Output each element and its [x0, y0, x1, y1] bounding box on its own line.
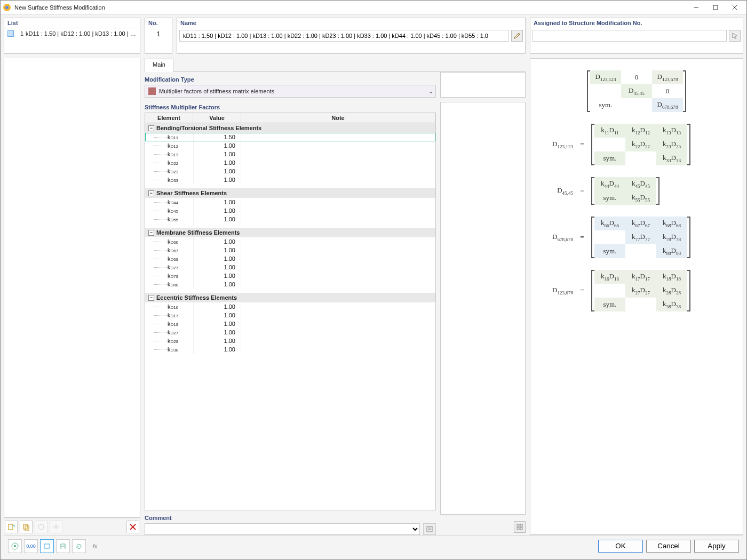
- stiffness-row[interactable]: kD161.00: [145, 302, 435, 311]
- element-label: kD68: [168, 255, 178, 262]
- comment-combo[interactable]: [145, 523, 420, 535]
- stiffness-row[interactable]: kD681.00: [145, 254, 435, 263]
- name-panel: Name: [177, 18, 526, 54]
- element-value[interactable]: 1.00: [193, 167, 241, 175]
- svg-rect-18: [520, 527, 522, 530]
- element-value[interactable]: 1.00: [193, 328, 241, 337]
- copy-item-button[interactable]: [20, 521, 33, 533]
- element-label: kD13: [168, 151, 178, 157]
- list-body[interactable]: [4, 58, 140, 518]
- element-value[interactable]: 1.00: [193, 319, 241, 328]
- window-title: New Surface Stiffness Modification: [14, 4, 105, 11]
- element-value[interactable]: 1.00: [193, 337, 241, 345]
- element-value[interactable]: 1.00: [193, 150, 241, 158]
- element-value[interactable]: 1.00: [193, 311, 241, 319]
- group-row[interactable]: −Eccentric Stiffness Elements: [145, 293, 435, 302]
- stiffness-row[interactable]: kD671.00: [145, 246, 435, 254]
- maximize-button[interactable]: [706, 2, 725, 13]
- pick-assigned-button[interactable]: [729, 30, 741, 42]
- stiffness-row[interactable]: kD181.00: [145, 319, 435, 328]
- matrix-lhs: D123,678: [536, 286, 573, 295]
- stiffness-row[interactable]: kD381.00: [145, 345, 435, 354]
- element-value[interactable]: 1.00: [193, 237, 241, 246]
- edit-name-button[interactable]: [511, 30, 523, 42]
- element-value[interactable]: 1.00: [193, 198, 241, 206]
- stiffness-row[interactable]: kD551.00: [145, 215, 435, 223]
- list-item[interactable]: 1 kD11 : 1.50 | kD12 : 1.00 | kD13 : 1.0…: [5, 29, 139, 38]
- group-row[interactable]: −Bending/Torsional Stiffness Elements: [145, 123, 435, 133]
- stiffness-row[interactable]: kD271.00: [145, 328, 435, 337]
- modification-type-combo[interactable]: Multiplier factors of stiffness matrix e…: [145, 85, 436, 98]
- units-button[interactable]: 0,00: [24, 539, 38, 553]
- element-value[interactable]: 1.00: [193, 246, 241, 254]
- close-button[interactable]: [725, 2, 744, 13]
- element-label: kD27: [168, 329, 178, 335]
- help-icon: [11, 542, 19, 550]
- element-value[interactable]: 1.00: [193, 254, 241, 263]
- view-button-1[interactable]: [40, 539, 54, 553]
- delete-item-button[interactable]: [126, 521, 139, 533]
- info-column: [440, 72, 526, 535]
- grid-body[interactable]: −Bending/Torsional Stiffness ElementskD1…: [145, 123, 436, 510]
- element-value[interactable]: 1.00: [193, 345, 241, 354]
- stiffness-row[interactable]: kD231.00: [145, 167, 435, 175]
- element-value[interactable]: 1.00: [193, 215, 241, 223]
- element-value[interactable]: 1.00: [193, 263, 241, 271]
- stiffness-row[interactable]: kD171.00: [145, 311, 435, 319]
- cancel-button[interactable]: Cancel: [646, 540, 691, 553]
- stiffness-row[interactable]: kD661.00: [145, 237, 435, 246]
- element-value[interactable]: 1.00: [193, 271, 241, 280]
- stiffness-row[interactable]: kD451.00: [145, 206, 435, 215]
- number-field[interactable]: [145, 28, 172, 41]
- view-button-2[interactable]: [56, 539, 70, 553]
- name-field[interactable]: [179, 30, 509, 42]
- group-row[interactable]: −Membrane Stiffness Elements: [145, 228, 435, 237]
- apply-button[interactable]: Apply: [694, 540, 739, 553]
- pencil-icon: [514, 33, 520, 39]
- help-button[interactable]: [8, 539, 22, 553]
- stiffness-row[interactable]: kD781.00: [145, 271, 435, 280]
- ok-button[interactable]: OK: [598, 540, 643, 553]
- list-panel: List 1 kD11 : 1.50 | kD12 : 1.00 | kD13 …: [4, 18, 140, 54]
- info-toolbar-button[interactable]: [514, 521, 526, 533]
- comment-label: Comment: [145, 515, 436, 521]
- center-column: Main Modification Type Multiplier factor…: [145, 58, 526, 535]
- group-row[interactable]: −Shear Stiffness Elements: [145, 188, 435, 198]
- col-value: Value: [193, 113, 241, 123]
- new-icon: [7, 523, 15, 531]
- element-value[interactable]: 1.00: [193, 280, 241, 289]
- minimize-button[interactable]: [687, 2, 706, 13]
- element-value[interactable]: 1.00: [193, 206, 241, 215]
- stiffness-row[interactable]: kD881.00: [145, 280, 435, 289]
- stiffness-row[interactable]: kD331.00: [145, 175, 435, 184]
- units-icon: 0,00: [26, 543, 36, 549]
- stiffness-row[interactable]: kD121.00: [145, 141, 435, 150]
- element-value[interactable]: 1.00: [193, 158, 241, 167]
- comment-edit-button[interactable]: [423, 523, 436, 535]
- stiffness-row[interactable]: kD281.00: [145, 337, 435, 345]
- element-value[interactable]: 1.50: [193, 133, 241, 141]
- list-toolbar: [4, 518, 140, 535]
- stiffness-row[interactable]: kD111.50: [145, 133, 435, 141]
- element-value[interactable]: 1.00: [193, 302, 241, 311]
- tab-main[interactable]: Main: [145, 59, 173, 72]
- element-label: kD38: [168, 346, 178, 353]
- stiffness-row[interactable]: kD221.00: [145, 158, 435, 167]
- modification-type-value: Multiplier factors of stiffness matrix e…: [159, 88, 426, 94]
- element-label: kD88: [168, 281, 178, 287]
- list-header: List: [4, 18, 140, 28]
- stiffness-row[interactable]: kD441.00: [145, 198, 435, 206]
- matrix-lhs: D45,45: [536, 186, 573, 196]
- element-value[interactable]: 1.00: [193, 175, 241, 184]
- svg-rect-3: [713, 5, 718, 10]
- new-item-button[interactable]: [5, 521, 18, 533]
- element-value[interactable]: 1.00: [193, 141, 241, 150]
- view-button-3[interactable]: [72, 539, 86, 553]
- assigned-field[interactable]: [533, 30, 727, 42]
- svg-rect-16: [520, 524, 522, 526]
- collapse-icon: −: [148, 190, 154, 196]
- stiffness-row[interactable]: kD771.00: [145, 263, 435, 271]
- svg-point-1: [5, 6, 9, 9]
- fx-button[interactable]: fx: [88, 539, 102, 553]
- stiffness-row[interactable]: kD131.00: [145, 150, 435, 158]
